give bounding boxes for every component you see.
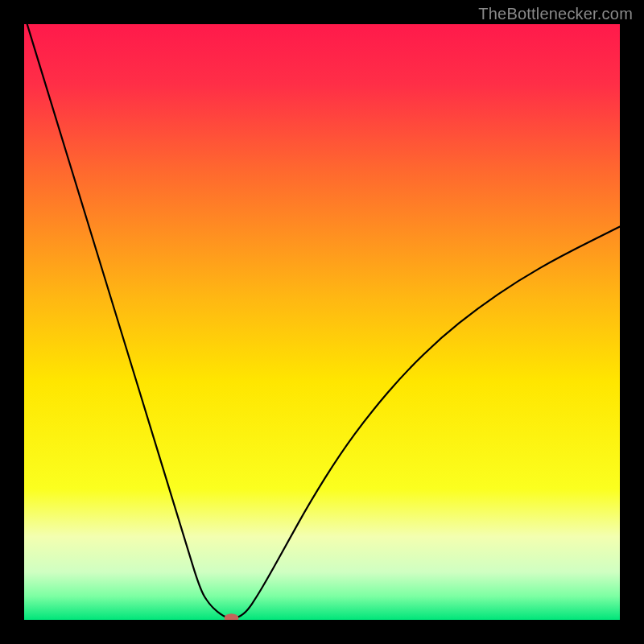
- chart-background-gradient: [24, 24, 620, 620]
- chart-frame: TheBottlenecker.com: [0, 0, 644, 644]
- chart-plot-area: [24, 24, 620, 620]
- chart-svg: [24, 24, 620, 620]
- watermark-text: TheBottlenecker.com: [478, 5, 633, 23]
